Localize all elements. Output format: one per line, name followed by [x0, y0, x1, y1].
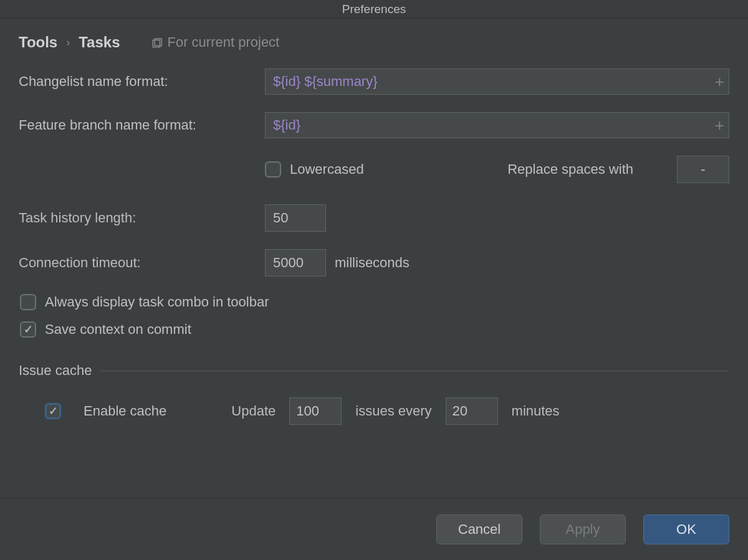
update-interval-input[interactable] [446, 397, 498, 425]
plus-icon[interactable]: + [715, 74, 724, 90]
breadcrumb: Tools › Tasks For current project [19, 34, 729, 69]
section-divider [100, 371, 729, 371]
connection-timeout-label: Connection timeout: [19, 255, 265, 271]
update-prefix: Update [231, 403, 276, 419]
history-length-label: Task history length: [19, 210, 265, 226]
dialog-footer: Cancel Apply OK [0, 498, 748, 560]
branch-format-input[interactable] [265, 112, 729, 138]
lowercased-checkbox[interactable] [265, 161, 281, 178]
cancel-button[interactable]: Cancel [436, 515, 522, 544]
issue-cache-section: Issue cache [19, 363, 729, 379]
preferences-panel: Tools › Tasks For current project Change… [0, 19, 748, 498]
changelist-format-input[interactable] [265, 69, 729, 95]
enable-cache-label: Enable cache [84, 403, 166, 419]
minutes-unit: minutes [512, 403, 560, 419]
project-scope-icon [151, 37, 163, 48]
plus-icon[interactable]: + [715, 117, 724, 133]
branch-format-label: Feature branch name format: [19, 117, 265, 133]
save-context-checkbox[interactable] [20, 321, 36, 338]
breadcrumb-current: Tasks [79, 34, 120, 51]
history-length-input[interactable] [265, 204, 326, 232]
window-title: Preferences [0, 0, 748, 19]
connection-timeout-input[interactable] [265, 249, 326, 277]
issues-every-label: issues every [355, 403, 431, 419]
scope-label: For current project [168, 34, 280, 50]
always-display-label: Always display task combo in toolbar [45, 294, 269, 310]
always-display-checkbox[interactable] [20, 294, 36, 310]
ok-button[interactable]: OK [643, 515, 729, 544]
update-issues-input[interactable] [289, 397, 342, 425]
chevron-right-icon: › [66, 36, 70, 49]
scope-badge: For current project [151, 34, 280, 50]
issue-cache-title: Issue cache [19, 363, 92, 379]
apply-button[interactable]: Apply [540, 515, 626, 544]
changelist-format-label: Changelist name format: [19, 74, 265, 90]
lowercased-label: Lowercased [290, 161, 364, 178]
save-context-label: Save context on commit [45, 321, 191, 338]
replace-spaces-label: Replace spaces with [507, 161, 633, 178]
enable-cache-checkbox[interactable] [45, 403, 61, 419]
replace-spaces-input[interactable] [677, 156, 729, 183]
timeout-unit: milliseconds [335, 255, 410, 271]
breadcrumb-parent[interactable]: Tools [19, 34, 57, 51]
